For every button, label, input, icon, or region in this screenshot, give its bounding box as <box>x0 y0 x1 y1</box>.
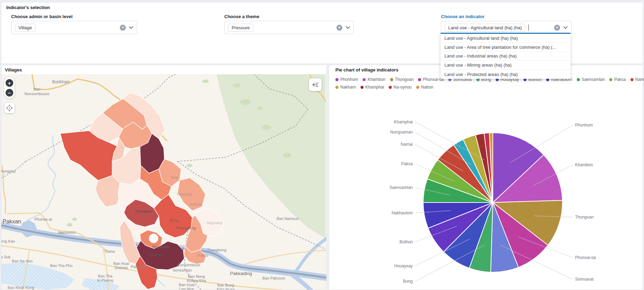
legend-dot <box>360 86 364 89</box>
legend-label: Thongvan <box>395 77 413 82</box>
legend-label: Nabon <box>421 85 433 90</box>
legend-item-na-oynou[interactable]: Na-oynou <box>389 85 412 90</box>
map-place-label: Phonsa-at <box>34 217 52 221</box>
forest-blob <box>187 164 192 167</box>
map-svg[interactable]: BorikhamBanNonsombouneThongnoyPakxanPhon… <box>1 74 326 290</box>
map-place-label: In Plaeng <box>97 278 113 282</box>
map-canvas[interactable]: BorikhamBanNonsombouneThongnoyPakxanPhon… <box>1 74 326 290</box>
pie-slice-label: Nakhaolom <box>391 211 413 215</box>
map-place-label: Ban Pakxoun <box>262 276 285 280</box>
clear-icon[interactable]: ✕ <box>336 25 342 31</box>
map-place-label: Ban Huai <box>113 261 129 266</box>
legend-item-nakham[interactable]: Nakham <box>335 85 356 90</box>
dropdown-option[interactable]: Land use - Industrial areas (ha) (ha) <box>441 52 571 61</box>
forest-blob <box>262 125 271 130</box>
indicator-label: Choose an indicator <box>441 14 484 19</box>
map-place-label: Ban Huai <box>179 283 194 287</box>
legend-item-phonhom[interactable]: Phonhom <box>335 77 358 82</box>
legend-dot <box>630 78 634 81</box>
map-place-label: Ban Nong <box>188 274 205 278</box>
legend-item-namai[interactable]: Namai <box>630 77 644 82</box>
map-place-label: Houaysay <box>153 245 170 249</box>
map-place-label: Phonpheng <box>176 226 196 230</box>
map-place-label: Khla Nuea <box>217 287 235 290</box>
map-place-label: Bong <box>170 218 179 222</box>
legend-label: Paksa <box>614 77 626 82</box>
dropdown-option[interactable]: Land use - Protected areas (ha) (ha) <box>441 70 571 79</box>
dropdown-option[interactable]: Land use - Agricultural land (ha) (ha) <box>441 34 571 43</box>
map-place-label: Ban Khok Kong <box>8 285 34 290</box>
chevron-down-icon[interactable] <box>563 26 568 29</box>
map-place-label: Borikham <box>52 79 70 84</box>
map-place-label: Ban <box>33 87 40 91</box>
map-place-label: Ban Namsun <box>277 216 299 221</box>
zoom-in-button[interactable]: + <box>6 79 13 87</box>
clear-icon[interactable]: ✕ <box>120 25 126 31</box>
region-hole <box>149 234 158 243</box>
forest-blob <box>283 153 291 158</box>
legend-item-phonxai-tai[interactable]: Phonxai-tai <box>418 77 444 82</box>
map-place-label: Serisamlan <box>172 268 192 272</box>
pie-chart: PhonhomKhambonThongvanPhonxai-taiSomsava… <box>329 65 643 290</box>
map-place-label: Thongnoy <box>1 169 16 173</box>
theme-label: Choose a theme <box>224 14 259 19</box>
zoom-out-button[interactable]: − <box>6 89 13 97</box>
legend-item-khambon[interactable]: Khambon <box>363 77 385 82</box>
map-place-label: Pakxan <box>2 219 21 224</box>
pie-slice-label: Somsavat <box>575 277 594 282</box>
legend-item-nabon[interactable]: Nabon <box>416 85 433 90</box>
legend-label: Khamphai <box>365 85 384 90</box>
collapse-arrow-icon <box>311 82 319 88</box>
text-cursor <box>528 24 529 31</box>
legend-item-thongvan[interactable]: Thongvan <box>390 77 413 82</box>
forest-blob <box>202 79 209 83</box>
pie-chart-panel: Pie chart of village indicators PhonhomK… <box>329 65 643 290</box>
legend-item-paksa[interactable]: Paksa <box>609 77 626 82</box>
map-place-label: Ban Na Non <box>12 259 33 263</box>
dropdown-option[interactable]: Land use - Mining areas (ha) (ha) <box>441 61 571 70</box>
map-place-label: Thongvan <box>134 209 152 213</box>
pie-slice-label: Phonxai-tai <box>575 255 596 260</box>
legend-label: Phonhom <box>340 77 358 82</box>
map-place-label: Ban Bung <box>217 283 234 287</box>
pie-slice-label: Thongvan <box>575 215 593 220</box>
forest-blob <box>67 223 72 227</box>
indicator-select[interactable]: Land use - Agricultural land (ha) (ha) ✕ <box>441 21 572 34</box>
map-place-label: Nakuang <box>177 192 192 196</box>
legend-dot <box>390 78 393 81</box>
map-place-label: Dokmai <box>115 266 127 270</box>
legend-dot <box>418 78 421 81</box>
chevron-down-icon[interactable] <box>346 26 350 29</box>
clear-icon[interactable]: ✕ <box>554 25 560 31</box>
legend-item-saensamlan[interactable]: Saensamlan <box>577 77 605 82</box>
legend-label: Saensamlan <box>582 77 605 82</box>
collapse-legend-button[interactable] <box>309 78 321 91</box>
panel-title: Indicator's selection <box>6 5 50 10</box>
admin-level-label: Choose admin or basin level <box>11 14 72 19</box>
map-zoom-controls: + − <box>4 77 15 99</box>
admin-level-select[interactable]: Village ✕ <box>11 21 137 34</box>
theme-select[interactable]: Pressure ✕ <box>224 21 354 34</box>
map-place-label: Pakkadan <box>131 265 148 269</box>
pie-slice-label: Phonhom <box>575 123 593 128</box>
locate-button[interactable] <box>4 103 15 113</box>
villages-map-panel: Villages BorikhamBanNonsombouneThongnoyP… <box>1 65 327 290</box>
map-place-label: Nonsomboune <box>24 92 49 96</box>
dropdown-option[interactable]: Land use - Area of tree plantation for c… <box>441 43 571 52</box>
forest-blob <box>233 83 241 87</box>
map-place-label: Honehom <box>148 253 165 257</box>
pie-slice-label: Namai <box>401 142 413 147</box>
legend-label: Na-oynou <box>394 85 412 90</box>
chevron-down-icon[interactable] <box>129 26 133 29</box>
legend-item-khamphai[interactable]: Khamphai <box>360 85 384 90</box>
pie-slice-label: Khambon <box>575 162 593 167</box>
selected-value-chip: Pressure <box>228 24 253 32</box>
legend-dot <box>609 78 612 81</box>
indicator-dropdown-menu: Land use - Agricultural land (ha) (ha)La… <box>441 33 571 79</box>
pie-slice-label: Bothun <box>399 239 413 244</box>
pie-slice-label: Nongsaman <box>390 130 413 135</box>
selected-value-chip: Land use - Agricultural land (ha) (ha) <box>445 24 525 32</box>
map-panel-title: Villages <box>5 67 22 72</box>
legend-dot <box>335 86 339 89</box>
pie-slice-label: Saensamlan <box>389 185 413 190</box>
